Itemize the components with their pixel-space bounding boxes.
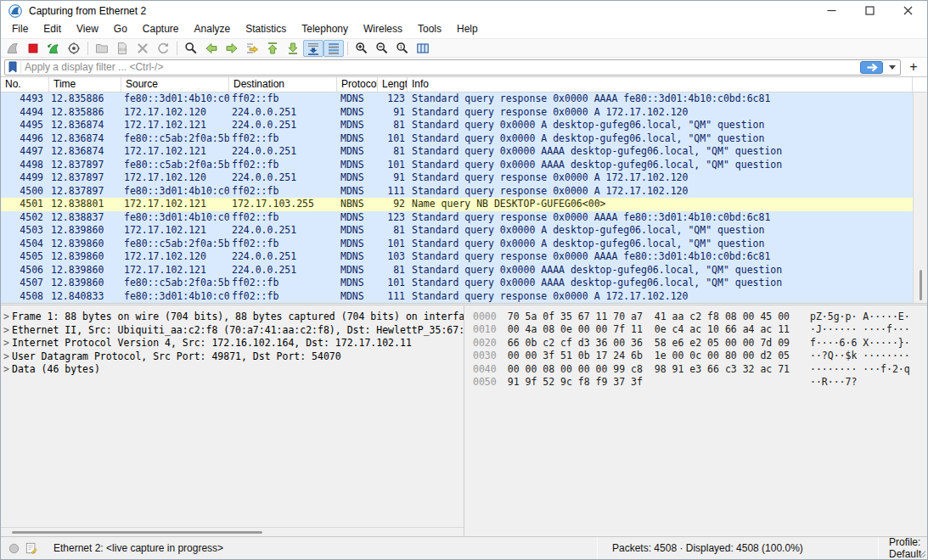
cell-time: 12.836874 [49,119,121,132]
cell-proto: MDNS [337,171,378,185]
cell-dst: 224.0.0.251 [229,224,337,238]
go-forward-button[interactable] [222,40,242,57]
hex-row[interactable]: 003000 00 3f 51 0b 17 24 6b 1e 00 0c 00 … [473,350,927,362]
detail-line[interactable]: >User Datagram Protocol, Src Port: 49871… [1,350,464,364]
cell-dst: 224.0.0.251 [229,145,337,159]
menu-capture[interactable]: Capture [135,21,187,37]
cell-info: Standard query 0x0000 AAAA desktop-gufeg… [408,159,913,172]
hex-row[interactable]: 005091 9f 52 9c f8 f9 37 3f ··R···7? [473,376,927,389]
expander-icon[interactable]: > [1,311,12,324]
reload-file-button[interactable] [153,40,173,57]
menu-analyze[interactable]: Analyze [187,21,239,37]
colorize-button[interactable] [323,40,344,57]
maximize-button[interactable] [851,1,889,20]
display-filter-input[interactable] [25,61,857,73]
hex-row[interactable]: 001000 4a 08 0e 00 00 7f 11 0e c4 ac 10 … [473,323,927,336]
expander-icon[interactable]: > [1,350,12,364]
display-filter-box[interactable] [4,59,901,76]
packet-row[interactable]: 449412.835886172.17.102.120224.0.0.251MD… [1,106,913,120]
column-header-no[interactable]: No. [1,77,49,92]
column-header-destination[interactable]: Destination [229,77,337,92]
packet-row[interactable]: 450612.839860172.17.102.121224.0.0.251MD… [1,264,913,277]
find-packet-button[interactable] [181,40,201,57]
go-last-button[interactable] [283,40,303,57]
column-header-time[interactable]: Time [49,77,121,92]
column-header-protocol[interactable]: Protocol [337,77,378,92]
toolbar-separator [347,42,348,55]
go-first-button[interactable] [262,40,283,57]
minimize-button[interactable] [813,1,851,20]
packet-row[interactable]: 449912.837897172.17.102.120224.0.0.251MD… [1,171,913,185]
packet-row[interactable]: 449712.836874172.17.102.121224.0.0.251MD… [1,145,913,159]
add-filter-button[interactable]: + [905,59,922,76]
restart-capture-button[interactable] [43,40,64,57]
title-bar: Capturing from Ethernet 2 [1,1,927,20]
menu-file[interactable]: File [4,21,36,37]
close-file-button[interactable] [132,40,153,57]
packet-row[interactable]: 450812.840833fe80::3d01:4b10:c0b…ff02::f… [1,290,913,304]
expert-info-icon[interactable] [25,542,37,554]
close-button[interactable] [889,1,927,20]
menu-telephony[interactable]: Telephony [294,21,356,37]
menu-tools[interactable]: Tools [410,21,449,37]
capture-options-button[interactable] [64,40,84,57]
packet-row[interactable]: 450412.839860fe80::c5ab:2f0a:5bb…ff02::f… [1,238,913,251]
menu-statistics[interactable]: Statistics [238,21,294,37]
menu-go[interactable]: Go [106,21,135,37]
packet-row[interactable]: 449312.835886fe80::3d01:4b10:c0b…ff02::f… [1,92,913,106]
packet-row[interactable]: 450012.837897fe80::3d01:4b10:c0b…ff02::f… [1,185,913,199]
zoom-out-button[interactable] [372,40,392,57]
packet-row[interactable]: 449512.836874172.17.102.121224.0.0.251MD… [1,119,913,132]
scrollbar-thumb[interactable] [920,270,922,300]
resize-columns-button[interactable] [413,40,433,57]
start-capture-button[interactable] [3,40,23,57]
packet-list-header[interactable]: No.TimeSourceDestinationProtocolLengthIn… [1,77,927,92]
column-header-source[interactable]: Source [121,77,229,92]
detail-line[interactable]: >Frame 1: 88 bytes on wire (704 bits), 8… [1,311,464,324]
menu-edit[interactable]: Edit [36,21,69,37]
scrollbar-thumb[interactable] [12,531,262,534]
hex-row[interactable]: 000070 5a 0f 35 67 11 70 a7 41 aa c2 f8 … [473,311,927,323]
toolbar-separator [177,42,177,55]
cell-no: 4495 [1,119,49,132]
zoom-in-button[interactable] [352,40,372,57]
bottom-panes: >Frame 1: 88 bytes on wire (704 bits), 8… [1,305,927,536]
expander-icon[interactable]: > [1,324,12,338]
filter-dropdown-caret[interactable] [886,61,897,74]
go-to-packet-button[interactable] [242,40,262,57]
apply-filter-button[interactable] [860,61,883,74]
column-header-info[interactable]: Info [408,77,913,92]
menu-wireless[interactable]: Wireless [356,21,410,37]
filter-bookmark-icon[interactable] [8,61,21,73]
save-file-button[interactable]: 010 [112,40,132,57]
details-horizontal-scrollbar[interactable] [1,527,464,536]
capture-status-icon[interactable] [8,543,20,554]
cell-proto: MDNS [337,132,378,146]
expander-icon[interactable]: > [1,337,12,350]
detail-line[interactable]: >Data (46 bytes) [1,363,464,377]
detail-line[interactable]: >Ethernet II, Src: Ubiquiti_aa:c2:f8 (70… [1,324,464,338]
expander-icon[interactable]: > [1,363,12,377]
packet-row[interactable]: 450512.839860172.17.102.120224.0.0.251MD… [1,250,913,264]
packet-list-vertical-scrollbar[interactable] [913,92,927,303]
packet-row[interactable]: 450212.838837fe80::3d01:4b10:c0b…ff02::f… [1,211,913,225]
packet-row[interactable]: 449812.837897fe80::c5ab:2f0a:5bb…ff02::f… [1,159,913,172]
packet-row[interactable]: 450312.839860172.17.102.121224.0.0.251MD… [1,224,913,238]
hex-row[interactable]: 002066 0b c2 cf d3 36 00 36 58 e6 e2 05 … [473,337,927,350]
packet-row[interactable]: 449612.836874fe80::c5ab:2f0a:5bb…ff02::f… [1,132,913,146]
packet-row[interactable]: 450712.839860fe80::c5ab:2f0a:5bb…ff02::f… [1,277,913,290]
packet-row[interactable]: 450112.838801172.17.102.121172.17.103.25… [1,198,913,211]
cell-dst: 224.0.0.251 [229,171,337,185]
auto-scroll-button[interactable] [303,40,323,57]
column-header-length[interactable]: Length [378,77,408,92]
menu-help[interactable]: Help [449,21,486,37]
go-back-button[interactable] [201,40,222,57]
zoom-100-button[interactable]: 1 [392,40,413,57]
open-file-button[interactable] [92,40,112,57]
hex-row[interactable]: 004000 00 08 00 00 00 99 c8 98 91 e3 66 … [473,363,927,376]
cell-src: 172.17.102.121 [121,224,229,238]
stop-capture-button[interactable] [23,40,43,57]
resize-grip-icon[interactable] [917,549,925,557]
detail-line[interactable]: >Internet Protocol Version 4, Src: 172.1… [1,337,464,350]
menu-view[interactable]: View [69,21,106,37]
